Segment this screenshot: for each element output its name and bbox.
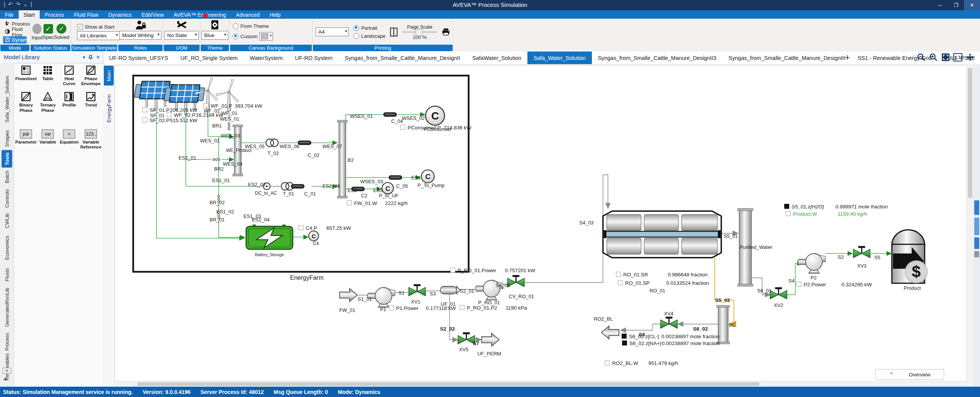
annotation-value: 1159.45 kg/h — [838, 211, 867, 217]
annotation-value: 0.999971 mole fraction — [835, 204, 888, 210]
annotation-checkbox[interactable] — [298, 225, 303, 230]
annotation-checkbox[interactable] — [618, 280, 623, 285]
annotation-label[interactable]: S6_02.z[CL-] — [629, 334, 659, 339]
annotation-value: 0.986648 fraction — [668, 272, 708, 278]
annotation-checkbox[interactable] — [142, 107, 147, 112]
annotation-value: 0.177118 kW — [426, 306, 456, 311]
annotation-label[interactable]: FW_01.W — [354, 201, 377, 206]
status-bar: Status: Simulation Management service is… — [0, 387, 980, 397]
annotation-label[interactable]: S6_02.z[NA+] — [629, 341, 661, 346]
annotation-checkbox[interactable] — [784, 204, 789, 209]
annotation-checkbox[interactable] — [786, 211, 791, 216]
annotation-checkbox[interactable] — [142, 118, 147, 123]
annotation-value: 0.324295 kW — [841, 282, 872, 287]
annotation-label[interactable]: SF_02.P — [150, 118, 170, 123]
annotation-checkbox[interactable] — [459, 305, 464, 310]
annotation-checkbox[interactable] — [622, 341, 627, 345]
annotation-label[interactable]: C4.P — [306, 226, 317, 231]
annotation-value: 0.757201 kW — [505, 268, 535, 273]
annotation-checkbox[interactable] — [622, 334, 627, 339]
annotation-label[interactable]: P2.Power — [804, 282, 826, 287]
annotation-value: 951.479 kg/h — [648, 361, 678, 366]
annotation-value: 0.00238897 mole fraction — [661, 334, 719, 339]
annotation-checkbox[interactable] — [203, 103, 208, 108]
status-segment: Version: 9.0.0.4196 — [143, 389, 190, 395]
annotation-checkbox[interactable] — [605, 360, 610, 365]
annotation-value: 0.00238897 mole fraction — [662, 341, 720, 346]
annotation-label[interactable]: S5_01.z[H2O] — [791, 204, 824, 210]
aveva-process-simulation-window: | ↶ ↷ ⌄ | AVEVA™ Process Simulation ─ ❐ … — [0, 0, 980, 397]
annotation-value: 16.2184 kW — [196, 113, 223, 118]
annotation-label[interactable]: P_RO_01.P2 — [467, 305, 497, 311]
annotation-label[interactable]: Product.W — [793, 211, 817, 217]
status-segment: Status: Simulation Management service is… — [3, 389, 133, 395]
annotation-label[interactable]: RO_01.SR — [623, 272, 648, 278]
status-segment: Msg Queue Length: 0 — [274, 389, 328, 395]
horizontal-scrollbar[interactable] — [114, 381, 966, 387]
annotation-checkbox[interactable] — [450, 268, 455, 273]
canvas-annotations-layer: SF_01.P 206.205 kW SF_02.P 515.512 kW WF… — [0, 0, 980, 387]
vertical-scrollbar[interactable] — [966, 64, 974, 387]
annotation-value: 657.25 kW — [326, 226, 351, 231]
status-segment: Server Process Id: 48012 — [200, 389, 264, 395]
annotation-checkbox[interactable] — [400, 125, 405, 130]
annotation-label[interactable]: RO2_BL.W — [612, 361, 638, 366]
annotation-label[interactable]: WF_02.P — [174, 113, 195, 118]
annotation-value: 515.512 kW — [170, 118, 197, 123]
annotation-value: 0.0133524 fraction — [666, 281, 709, 286]
annotation-value: 2222 kg/h — [385, 201, 408, 206]
chevron-up-icon: ⌃ — [889, 371, 893, 378]
annotation-value: 393.704 kW — [235, 103, 262, 109]
annotation-value: 714.836 kW — [444, 125, 471, 131]
annotation-label[interactable]: P_RO_01.Power — [458, 268, 496, 273]
annotation-checkbox[interactable] — [167, 112, 172, 117]
annotation-label[interactable]: WF_01.P — [211, 103, 232, 109]
annotation-label[interactable]: P1.Power — [396, 306, 419, 311]
docked-panel-edge[interactable] — [974, 64, 980, 387]
annotation-label[interactable]: PConsumed.P — [408, 125, 441, 131]
annotation-value: 1190 kPa — [506, 305, 527, 311]
annotation-checkbox[interactable] — [347, 200, 352, 205]
overview-toggle-button[interactable]: ⌃ Overview — [875, 369, 944, 380]
annotation-checkbox[interactable] — [616, 272, 621, 277]
annotation-checkbox[interactable] — [796, 282, 801, 287]
annotation-label[interactable]: RO_01.SP — [625, 281, 650, 286]
status-segment: Mode: Dynamics — [338, 389, 380, 395]
overview-label: Overview — [909, 372, 930, 378]
annotation-checkbox[interactable] — [389, 305, 394, 310]
